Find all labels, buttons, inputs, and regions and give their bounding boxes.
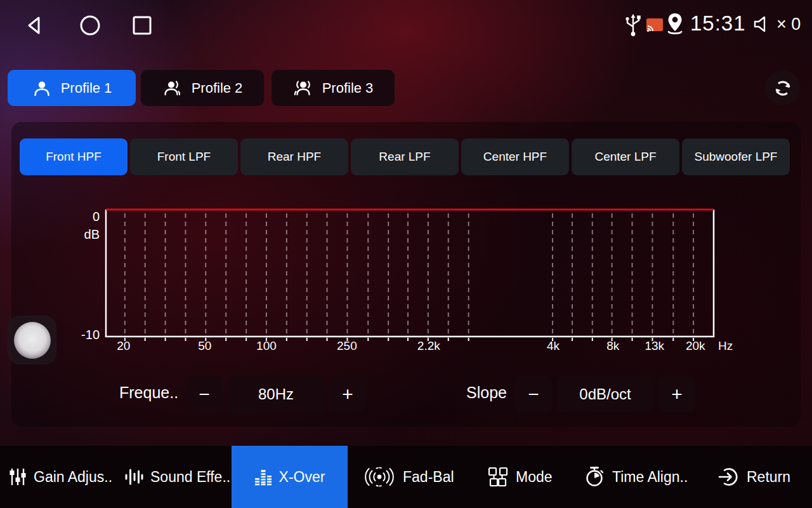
person-icon — [162, 78, 183, 98]
nav-label: Gain Adjus.. — [34, 469, 112, 486]
home-icon — [79, 14, 102, 37]
tab-label: Front LPF — [157, 150, 211, 164]
fad-bal-icon — [363, 466, 396, 488]
volume-status: × 0 — [752, 14, 801, 34]
person-icon — [293, 78, 313, 98]
nav-label: Time Align.. — [612, 469, 688, 486]
tab-rear-hpf[interactable]: Rear HPF — [240, 138, 348, 175]
profile-1-button[interactable]: Profile 1 — [8, 70, 136, 106]
x-tick-label: 2.2k — [417, 339, 440, 353]
mode-icon — [487, 467, 509, 487]
nav-label: Fad-Bal — [403, 469, 454, 486]
sound-effect-icon — [124, 467, 143, 486]
cast-icon — [646, 18, 664, 33]
x-over-icon — [254, 467, 272, 486]
nav-label: Sound Effe.. — [150, 469, 230, 486]
tab-center-hpf[interactable]: Center HPF — [461, 138, 569, 175]
nav-gain-adjust[interactable]: Gain Adjus.. — [9, 446, 112, 508]
tab-label: Center HPF — [483, 150, 547, 164]
frequency-label: Freque.. — [119, 384, 178, 402]
profile-2-label: Profile 2 — [192, 80, 243, 97]
x-tick-label: 20 — [117, 339, 130, 353]
x-axis-unit-label: Hz — [718, 339, 733, 353]
home-button[interactable] — [77, 13, 103, 38]
tab-label: Rear LPF — [379, 150, 430, 164]
frequency-value: 80Hz — [228, 376, 324, 413]
nav-time-align[interactable]: Time Align.. — [585, 446, 688, 508]
minus-icon: − — [199, 384, 210, 405]
nav-label: Mode — [516, 469, 553, 486]
x-tick-label: 8k — [606, 339, 619, 353]
profile-3-button[interactable]: Profile 3 — [272, 70, 395, 106]
minus-icon: − — [528, 384, 539, 405]
slope-minus-button[interactable]: − — [515, 376, 552, 413]
volume-level: × 0 — [776, 15, 801, 34]
profile-3-label: Profile 3 — [322, 80, 374, 97]
nav-x-over[interactable]: X-Over — [232, 446, 348, 508]
time-align-icon — [585, 466, 605, 488]
location-icon — [664, 11, 686, 39]
tab-label: Subwoofer LPF — [695, 150, 778, 164]
x-tick-label: 250 — [337, 339, 357, 353]
tab-label: Center LPF — [594, 150, 656, 164]
clock: 15:31 — [690, 11, 746, 36]
return-icon — [718, 467, 740, 487]
bottom-nav-bar: Gain Adjus.. Sound Effe.. X-Over — [0, 446, 812, 508]
tab-label: Rear HPF — [268, 150, 321, 164]
back-button[interactable] — [22, 13, 47, 38]
y-axis-unit-label: dB — [62, 227, 100, 242]
back-icon — [23, 15, 45, 36]
nav-label: Return — [747, 469, 790, 486]
profile-2-button[interactable]: Profile 2 — [141, 70, 264, 106]
sync-button[interactable] — [765, 70, 800, 105]
volume-muted-icon — [752, 14, 774, 34]
status-bar: 15:31 × 0 — [0, 0, 812, 51]
x-tick-label: 50 — [198, 339, 211, 353]
chart-plot-area — [105, 208, 715, 343]
x-tick-label: 4k — [547, 339, 560, 353]
slope-plus-button[interactable]: + — [658, 376, 695, 413]
recents-icon — [131, 15, 153, 36]
rotary-knob[interactable] — [8, 316, 56, 364]
tab-front-lpf[interactable]: Front LPF — [130, 138, 238, 175]
x-tick-label: 100 — [256, 339, 277, 353]
plus-icon: + — [671, 384, 683, 405]
nav-fad-bal[interactable]: Fad-Bal — [363, 446, 454, 508]
tab-center-lpf[interactable]: Center LPF — [572, 138, 679, 175]
knob-dial[interactable] — [14, 322, 51, 359]
profile-1-label: Profile 1 — [61, 80, 112, 97]
slope-value: 0dB/oct — [557, 376, 653, 413]
x-tick-label: 20k — [686, 339, 705, 353]
person-icon — [32, 78, 52, 98]
frequency-plus-button[interactable]: + — [329, 376, 366, 413]
tab-front-hpf[interactable]: Front HPF — [20, 138, 128, 175]
plus-icon: + — [342, 384, 353, 405]
nav-return[interactable]: Return — [718, 446, 790, 508]
frequency-response-chart — [105, 208, 715, 343]
usb-icon — [623, 13, 643, 38]
tab-label: Front HPF — [46, 150, 102, 164]
nav-sound-effect[interactable]: Sound Effe.. — [124, 446, 230, 508]
slope-label: Slope — [466, 384, 507, 402]
nav-label: X-Over — [279, 469, 325, 486]
refresh-icon — [773, 78, 793, 98]
frequency-value-text: 80Hz — [258, 385, 294, 403]
x-axis-tick-labels: 20501002502.2k4k8k13k20k — [105, 339, 715, 354]
gain-adjust-icon — [9, 467, 27, 486]
tab-subwoofer-lpf[interactable]: Subwoofer LPF — [682, 138, 790, 175]
slope-value-text: 0dB/oct — [579, 385, 631, 403]
tab-rear-lpf[interactable]: Rear LPF — [351, 138, 459, 175]
frequency-minus-button[interactable]: − — [186, 376, 223, 413]
recents-button[interactable] — [129, 13, 155, 38]
y-axis-max-label: 0 — [62, 210, 100, 224]
nav-mode[interactable]: Mode — [487, 446, 553, 508]
x-tick-label: 13k — [645, 339, 664, 353]
y-axis-min-label: -10 — [62, 328, 100, 342]
